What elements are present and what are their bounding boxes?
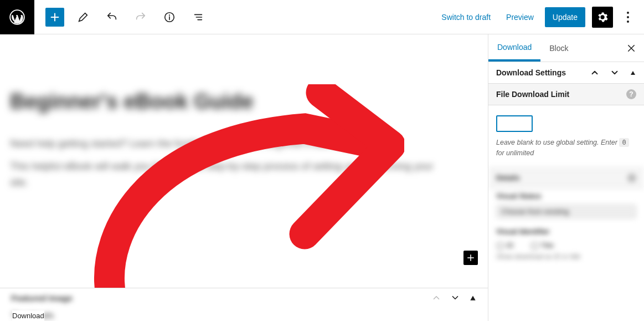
fdl-field [488,105,644,134]
download-settings-header: Download Settings [488,62,644,83]
close-sidebar-icon[interactable] [619,43,644,53]
post-title: Beginner's eBook Guide [10,90,488,114]
svg-point-2 [169,14,170,16]
settings-sidebar: Download Block Download Settings File Do… [488,34,644,321]
preview-button[interactable]: Preview [502,8,538,26]
chevron-down-icon[interactable] [450,293,460,303]
toolbar-right-group: Switch to draft Preview Update [437,7,644,28]
section-title: Download Settings [496,68,566,77]
info-icon[interactable] [159,7,179,27]
post-paragraph: This helpful eBook will walk you through… [10,159,453,191]
file-download-limit-input[interactable] [496,115,533,132]
file-download-limit-header: File Download Limit ? [488,83,644,105]
edit-icon[interactable] [73,7,93,27]
collapse-up-icon[interactable] [469,294,477,302]
collapse-up-icon[interactable] [630,69,636,76]
sidebar-blurred-header: Details [488,167,644,188]
redo-icon[interactable] [131,7,151,27]
fdl-help-text: Leave blank to use global setting. Enter… [488,134,644,167]
meta-row: Featured Image [0,288,488,307]
more-options-icon[interactable] [620,7,636,27]
top-toolbar: Switch to draft Preview Update [0,0,644,34]
fdl-label: File Download Limit [496,90,569,99]
sidebar-blurred-radios: ◯ ID ◯ Title [488,239,644,252]
inline-add-block-button[interactable] [463,251,478,265]
main-area: Beginner's eBook Guide Need help getting… [0,34,644,321]
toolbar-left-group [34,7,208,27]
settings-button[interactable] [592,7,613,28]
post-paragraph: Need help getting started? Learn the fun… [10,136,398,152]
wordpress-logo[interactable] [0,0,34,34]
svg-point-5 [627,21,629,23]
meta-row-2: Thumbnails [0,307,488,321]
sidebar-blurred-chip: Choose from existing [496,205,636,218]
undo-icon[interactable] [102,7,122,27]
meta-toggles [431,293,477,303]
meta-label: Featured Image [11,293,73,303]
editor-canvas: Beginner's eBook Guide Need help getting… [0,34,488,321]
sidebar-blurred-label: Visual Status [488,188,644,203]
chevron-up-icon[interactable] [590,68,600,78]
svg-point-4 [627,16,629,18]
sidebar-blurred-desc: Show download as ID or title [488,252,644,266]
add-block-button[interactable] [45,8,64,27]
svg-point-3 [627,12,629,14]
help-icon[interactable]: ? [626,89,636,99]
list-view-icon[interactable] [188,7,208,27]
sidebar-blurred-label: Visual Identifier [488,224,644,239]
annotation-arrow [83,84,404,312]
chevron-down-icon[interactable] [610,68,620,78]
code-chip: 0 [619,138,628,147]
meta-panel: Featured Image Thumbnails Download [0,288,488,321]
tooltip: Download [12,310,44,321]
update-button[interactable]: Update [545,7,585,27]
chevron-up-icon[interactable] [431,293,441,303]
tab-download[interactable]: Download [488,35,540,62]
tab-block[interactable]: Block [540,36,577,60]
sidebar-tabs: Download Block [488,34,644,62]
switch-to-draft-button[interactable]: Switch to draft [437,8,495,26]
